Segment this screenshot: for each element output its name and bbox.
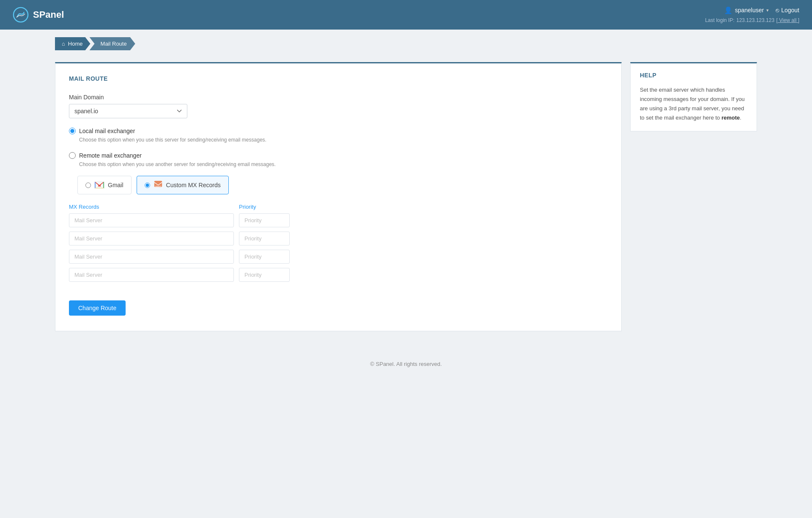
help-title: HELP <box>640 72 747 79</box>
help-text-highlight: remote <box>721 115 740 121</box>
mx-records-header: MX Records Priority <box>69 204 608 210</box>
help-text: Set the email server which handles incom… <box>640 85 747 123</box>
logo-text: SPanel <box>33 9 64 20</box>
local-mail-label[interactable]: Local mail exchanger <box>69 128 608 134</box>
remote-mail-option: Remote mail exchanger Choose this option… <box>69 152 608 282</box>
main-content: MAIL ROUTE Main Domain spanel.io Local m… <box>0 58 812 348</box>
spanel-logo-icon <box>13 7 29 23</box>
view-all-link[interactable]: [ View all ] <box>776 17 799 23</box>
username-label: spaneluser <box>735 7 764 14</box>
remote-mail-desc: Choose this option when you use another … <box>79 161 608 168</box>
user-menu[interactable]: 👤 spaneluser ▾ <box>724 6 769 14</box>
logo: SPanel <box>13 7 64 23</box>
breadcrumb-home[interactable]: ⌂ Home <box>55 37 91 50</box>
logout-button[interactable]: ⎋ Logout <box>776 7 799 14</box>
footer: © SPanel. All rights reserved. <box>0 348 812 380</box>
mx-priority-input-1[interactable] <box>239 213 290 227</box>
custom-mx-icon <box>154 180 163 190</box>
last-login-ip: 123.123.123.123 <box>736 17 774 23</box>
svg-rect-4 <box>155 186 161 187</box>
remote-mail-label[interactable]: Remote mail exchanger <box>69 152 608 159</box>
local-mail-radio[interactable] <box>69 128 76 134</box>
home-icon: ⌂ <box>62 41 65 47</box>
svg-text:M: M <box>98 184 101 188</box>
domain-group: Main Domain spanel.io <box>69 94 608 118</box>
custom-mx-radio[interactable] <box>145 183 150 188</box>
mx-record-row-1 <box>69 213 608 227</box>
mx-priority-input-2[interactable] <box>239 232 290 245</box>
mx-priority-input-3[interactable] <box>239 250 290 264</box>
custom-mx-label: Custom MX Records <box>166 182 221 188</box>
header-right: 👤 spaneluser ▾ ⎋ Logout Last login IP: 1… <box>705 6 799 24</box>
footer-text: © SPanel. All rights reserved. <box>370 361 442 367</box>
header-user-area: 👤 spaneluser ▾ ⎋ Logout <box>724 6 799 14</box>
mx-providers: M Gmail Custom MX Records <box>77 176 608 194</box>
mx-records-section: MX Records Priority <box>69 204 608 282</box>
header: SPanel 👤 spaneluser ▾ ⎋ Logout Last logi… <box>0 0 812 30</box>
mx-server-input-1[interactable] <box>69 213 234 227</box>
user-icon: 👤 <box>724 6 732 14</box>
mx-record-row-4 <box>69 268 608 282</box>
local-mail-desc: Choose this option when you use this ser… <box>79 136 608 144</box>
user-dropdown-arrow: ▾ <box>766 8 769 13</box>
mx-server-input-3[interactable] <box>69 250 234 264</box>
domain-label: Main Domain <box>69 94 608 101</box>
mx-priority-col-header: Priority <box>239 204 290 210</box>
gmail-provider[interactable]: M Gmail <box>77 176 132 194</box>
help-panel: HELP Set the email server which handles … <box>630 62 757 131</box>
mx-priority-input-4[interactable] <box>239 268 290 282</box>
mail-route-title: MAIL ROUTE <box>69 75 608 82</box>
change-route-button[interactable]: Change Route <box>69 300 126 316</box>
last-login-label: Last login IP: <box>705 17 734 23</box>
svg-point-0 <box>14 8 28 22</box>
mx-record-row-2 <box>69 232 608 245</box>
help-text-part2: . <box>740 115 741 121</box>
logout-icon: ⎋ <box>776 7 779 14</box>
local-mail-option: Local mail exchanger Choose this option … <box>69 128 608 144</box>
svg-rect-5 <box>155 187 159 188</box>
gmail-label: Gmail <box>108 182 123 188</box>
mx-server-col-header: MX Records <box>69 204 234 210</box>
gmail-radio[interactable] <box>85 183 91 188</box>
domain-select[interactable]: spanel.io <box>69 104 187 118</box>
last-login-info: Last login IP: 123.123.123.123 [ View al… <box>705 16 799 24</box>
mx-server-input-2[interactable] <box>69 232 234 245</box>
mail-route-panel: MAIL ROUTE Main Domain spanel.io Local m… <box>55 62 622 331</box>
mx-server-input-4[interactable] <box>69 268 234 282</box>
gmail-icon: M <box>94 181 104 189</box>
breadcrumb-current: Mail Route <box>90 37 135 50</box>
breadcrumb: ⌂ Home Mail Route <box>0 30 812 58</box>
remote-mail-radio[interactable] <box>69 152 76 159</box>
custom-mx-provider[interactable]: Custom MX Records <box>137 176 229 194</box>
mx-record-row-3 <box>69 250 608 264</box>
